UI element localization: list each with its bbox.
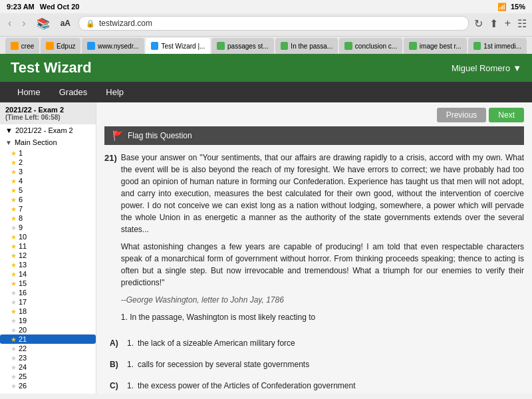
address-bar[interactable]: 🔒 testwizard.com bbox=[78, 16, 469, 31]
answer-num-c: 1. bbox=[127, 380, 134, 392]
answer-label-c: C) bbox=[110, 380, 123, 392]
sidebar-item-2[interactable]: ★2 bbox=[0, 158, 96, 167]
flag-icon: 🚩 bbox=[112, 130, 124, 141]
sidebar-item-20[interactable]: ★20 bbox=[0, 325, 96, 334]
answer-num-b: 1. bbox=[127, 358, 134, 370]
answer-label-a: A) bbox=[110, 337, 123, 349]
font-button[interactable]: aA bbox=[58, 19, 73, 28]
sidebar-item-17[interactable]: ★17 bbox=[0, 297, 96, 307]
sidebar-item-1[interactable]: ★1 bbox=[0, 148, 96, 158]
tab-cree[interactable]: cree bbox=[5, 38, 39, 54]
new-tab-icon[interactable]: + bbox=[505, 17, 511, 29]
flag-question-bar[interactable]: 🚩 Flag this Question bbox=[104, 126, 524, 145]
sidebar-item-7[interactable]: ★7 bbox=[0, 204, 96, 213]
sidebar: 2021/22 - Exam 2 (Time Left: 06:58) ▼ 20… bbox=[0, 102, 96, 394]
star-15: ★ bbox=[11, 280, 17, 287]
tab-inthe[interactable]: In the passa... bbox=[275, 38, 338, 54]
sidebar-item-21[interactable]: ★21 bbox=[0, 334, 96, 344]
star-26: ★ bbox=[11, 382, 17, 390]
sidebar-item-16[interactable]: ★16 bbox=[0, 288, 96, 297]
sidebar-item-10[interactable]: ★10 bbox=[0, 232, 96, 241]
section-label: Main Section bbox=[15, 138, 57, 146]
section-arrow: ▼ bbox=[5, 139, 12, 146]
sidebar-item-3[interactable]: ★3 bbox=[0, 167, 96, 176]
tab-passages[interactable]: passages st... bbox=[211, 38, 273, 54]
date-display: Wed Oct 20 bbox=[40, 3, 80, 11]
sidebar-items-list: ★1 ★2 ★3 ★4 ★5 ★6 ★7 ★8 ★9 ★10 ★11 ★12 ★… bbox=[0, 148, 96, 390]
time-display: 9:23 AM bbox=[7, 3, 35, 11]
star-23: ★ bbox=[11, 354, 17, 362]
sidebar-summary[interactable]: Summary bbox=[0, 390, 96, 394]
star-12: ★ bbox=[11, 252, 17, 259]
tab-testwizard[interactable]: Test Wizard |... bbox=[146, 38, 211, 54]
previous-button[interactable]: Previous bbox=[437, 108, 487, 122]
sidebar-item-18[interactable]: ★18 bbox=[0, 307, 96, 316]
tab-icon-1st bbox=[473, 42, 481, 50]
sidebar-item-23[interactable]: ★23 bbox=[0, 353, 96, 362]
passage-citation: --George Washington, letter to John Jay,… bbox=[121, 294, 524, 306]
tab-icon-conclusion bbox=[344, 42, 352, 50]
question-block: 21) Base your answer on "Your sentiments… bbox=[104, 152, 524, 394]
tabs-icon[interactable]: ☷ bbox=[517, 17, 527, 30]
tab-1st[interactable]: 1st immedi... bbox=[468, 38, 527, 54]
answer-text-b: calls for secession by several state gov… bbox=[138, 358, 309, 370]
sidebar-item-12[interactable]: ★12 bbox=[0, 251, 96, 260]
sidebar-item-14[interactable]: ★14 bbox=[0, 269, 96, 279]
sidebar-item-11[interactable]: ★11 bbox=[0, 241, 96, 251]
sidebar-item-15[interactable]: ★15 bbox=[0, 279, 96, 288]
user-info[interactable]: Miguel Romero ▼ bbox=[452, 63, 521, 73]
sidebar-item-8[interactable]: ★8 bbox=[0, 213, 96, 223]
sidebar-exam-label: 2021/22 - Exam 2 bbox=[15, 126, 73, 134]
passage-text-2: What astonishing changes a few years are… bbox=[121, 241, 524, 289]
sidebar-item-26[interactable]: ★26 bbox=[0, 381, 96, 390]
question-nav-buttons: Previous Next bbox=[104, 108, 524, 122]
tab-conclusion[interactable]: conclusion c... bbox=[339, 38, 402, 54]
sidebar-item-5[interactable]: ★5 bbox=[0, 186, 96, 195]
sidebar-item-9[interactable]: ★9 bbox=[0, 223, 96, 232]
sidebar-item-24[interactable]: ★24 bbox=[0, 362, 96, 372]
sidebar-item-4[interactable]: ★4 bbox=[0, 176, 96, 186]
answer-option-c[interactable]: C) 1. the excess power of the Articles o… bbox=[104, 376, 524, 394]
flag-label: Flag this Question bbox=[128, 131, 192, 140]
tab-image[interactable]: image best r... bbox=[404, 38, 466, 54]
star-13: ★ bbox=[11, 261, 17, 269]
star-5: ★ bbox=[11, 187, 17, 194]
book-button[interactable]: 📚 bbox=[34, 17, 53, 30]
url-display: testwizard.com bbox=[99, 19, 152, 28]
tab-nysedr[interactable]: www.nysedr... bbox=[82, 38, 144, 54]
sidebar-item-6[interactable]: ★6 bbox=[0, 195, 96, 204]
nav-grades[interactable]: Grades bbox=[50, 82, 97, 102]
answer-option-a[interactable]: A) 1. the lack of a sizeable American mi… bbox=[104, 334, 524, 352]
star-18: ★ bbox=[11, 308, 17, 315]
sidebar-item-25[interactable]: ★25 bbox=[0, 372, 96, 381]
sidebar-item-22[interactable]: ★22 bbox=[0, 344, 96, 353]
sidebar-item-13[interactable]: ★13 bbox=[0, 260, 96, 269]
sidebar-exam-row[interactable]: ▼ 2021/22 - Exam 2 bbox=[0, 124, 96, 136]
answer-num-a: 1. bbox=[127, 337, 134, 349]
question-number: 21) bbox=[104, 152, 117, 165]
star-17: ★ bbox=[11, 299, 17, 306]
nav-help[interactable]: Help bbox=[96, 82, 133, 102]
battery-display: 15% bbox=[511, 3, 525, 11]
user-dropdown-icon[interactable]: ▼ bbox=[513, 63, 521, 73]
answer-label-b: B) bbox=[110, 358, 123, 370]
reload-icon[interactable]: ↻ bbox=[474, 17, 483, 30]
star-11: ★ bbox=[11, 243, 17, 250]
nav-home[interactable]: Home bbox=[8, 82, 50, 102]
back-button[interactable]: ‹ bbox=[5, 17, 14, 29]
user-name: Miguel Romero bbox=[452, 63, 510, 73]
answer-option-b[interactable]: B) 1. calls for secession by several sta… bbox=[104, 355, 524, 374]
sidebar-item-19[interactable]: ★19 bbox=[0, 316, 96, 325]
nav-menu: Home Grades Help bbox=[0, 82, 532, 102]
star-7: ★ bbox=[11, 205, 17, 213]
forward-button[interactable]: › bbox=[19, 17, 28, 29]
sidebar-main-section[interactable]: ▼ Main Section bbox=[0, 136, 96, 148]
tabs-bar: cree Edpuz www.nysedr... Test Wizard |..… bbox=[0, 37, 532, 54]
share-icon[interactable]: ⬆ bbox=[489, 17, 498, 30]
star-19: ★ bbox=[11, 317, 17, 325]
browser-actions: ↻ ⬆ + ☷ bbox=[474, 17, 527, 30]
star-8: ★ bbox=[11, 215, 17, 222]
answer-text-c: the excess power of the Articles of Conf… bbox=[138, 380, 356, 392]
next-button[interactable]: Next bbox=[489, 108, 524, 122]
tab-edpuz[interactable]: Edpuz bbox=[41, 38, 80, 54]
